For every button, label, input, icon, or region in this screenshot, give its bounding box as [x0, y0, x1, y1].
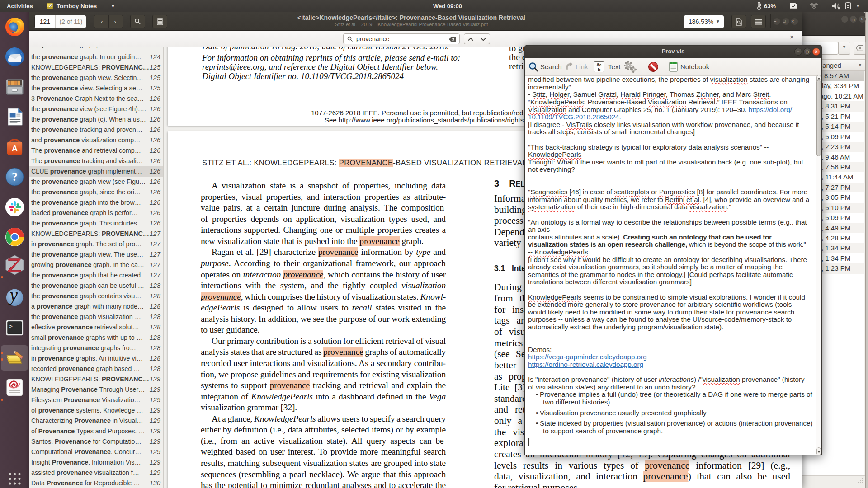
svg-text:?: ? — [12, 170, 18, 183]
svg-text:>_: >_ — [9, 324, 16, 330]
svg-text:A: A — [12, 144, 18, 153]
svg-text:y: y — [8, 286, 18, 305]
